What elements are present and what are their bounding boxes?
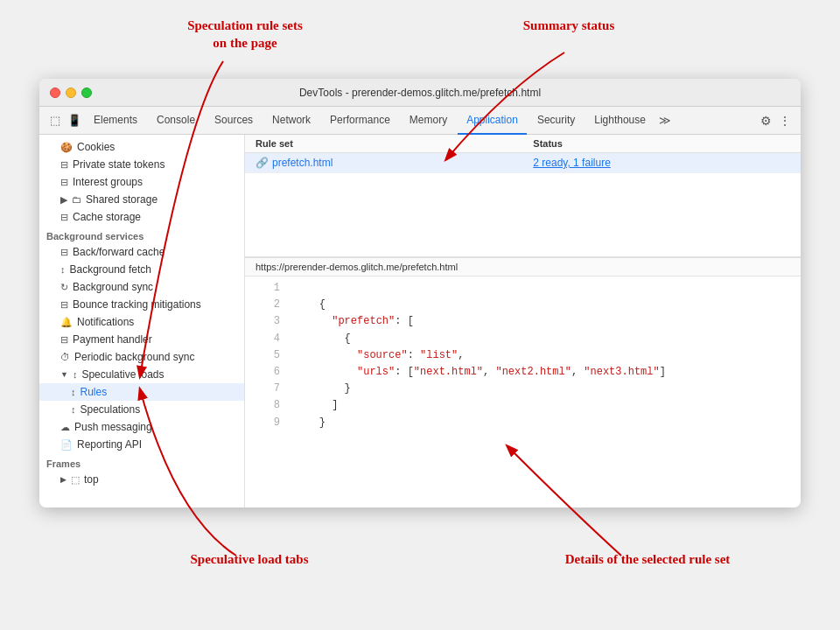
tab-application[interactable]: Application xyxy=(458,107,527,135)
tab-sources[interactable]: Sources xyxy=(206,107,262,135)
traffic-light-yellow[interactable] xyxy=(66,88,76,98)
sidebar-item-bounce-tracking[interactable]: ⊟ Bounce tracking mitigations xyxy=(39,296,244,313)
col-status: Status xyxy=(522,135,801,153)
bounce-icon: ⊟ xyxy=(60,299,68,311)
periodic-icon: ⏱ xyxy=(60,352,70,362)
more-options-icon[interactable]: ⋮ xyxy=(776,112,794,130)
sidebar-item-cookies[interactable]: 🍪 Cookies xyxy=(39,138,244,156)
annotation-speculation-rule-sets: Speculation rule setson the page xyxy=(158,18,332,52)
report-icon: 📄 xyxy=(60,439,73,451)
line-code-9: } xyxy=(294,415,326,431)
code-line-7: 7 } xyxy=(245,381,801,397)
notif-icon: 🔔 xyxy=(60,317,73,328)
group-icon: ⊟ xyxy=(60,177,68,188)
annotation-summary-status: Summary status xyxy=(499,18,639,35)
rule-table: Rule set Status 🔗 prefetch.html xyxy=(245,135,801,173)
settings-icon[interactable]: ⚙ xyxy=(757,112,774,130)
sidebar-item-cache-storage[interactable]: ⊟ Cache storage xyxy=(39,208,244,226)
sidebar-item-private-state-tokens[interactable]: ⊟ Private state tokens xyxy=(39,156,244,173)
browser-window: DevTools - prerender-demos.glitch.me/pre… xyxy=(39,79,801,508)
background-services-section: Background services xyxy=(39,226,244,243)
backforward-icon: ⊟ xyxy=(60,247,68,258)
code-line-4: 4 { xyxy=(245,331,801,347)
tab-network[interactable]: Network xyxy=(263,107,319,135)
fetch-icon: ↕ xyxy=(60,264,66,275)
top-panel: Rule set Status 🔗 prefetch.html xyxy=(245,135,801,257)
annotation-details-selected: Details of the selected rule set xyxy=(534,551,761,569)
window-title: DevTools - prerender-demos.glitch.me/pre… xyxy=(299,87,541,99)
link-icon: 🔗 xyxy=(256,157,269,169)
cookie-icon: 🍪 xyxy=(60,142,73,153)
sidebar-item-notifications[interactable]: 🔔 Notifications xyxy=(39,313,244,331)
spec-icon: ↕ xyxy=(71,404,76,415)
tab-performance[interactable]: Performance xyxy=(321,107,399,135)
shared-icon: ▶ xyxy=(60,194,67,206)
folder-icon: 🗀 xyxy=(72,194,81,205)
tab-console[interactable]: Console xyxy=(148,107,204,135)
traffic-light-green[interactable] xyxy=(81,88,92,98)
tab-memory[interactable]: Memory xyxy=(401,107,456,135)
col-rule-set: Rule set xyxy=(245,135,522,153)
rule-set-cell[interactable]: 🔗 prefetch.html xyxy=(245,153,522,173)
cache-icon: ⊟ xyxy=(60,212,68,223)
devtools-body: 🍪 Cookies ⊟ Private state tokens ⊟ Inter… xyxy=(39,135,801,508)
line-code-4: { xyxy=(294,331,351,347)
code-line-9: 9 } xyxy=(245,415,801,431)
sidebar-item-background-fetch[interactable]: ↕ Background fetch xyxy=(39,261,244,278)
line-num-6: 6 xyxy=(252,364,280,381)
sidebar-item-periodic-sync[interactable]: ⏱ Periodic background sync xyxy=(39,348,244,366)
inspect-icon[interactable]: ⬚ xyxy=(46,112,64,130)
more-tabs-icon[interactable]: ≫ xyxy=(656,112,674,130)
table-row[interactable]: 🔗 prefetch.html 2 ready, 1 failure xyxy=(245,153,801,173)
rules-icon: ↕ xyxy=(71,387,76,397)
sidebar-item-backforward[interactable]: ⊟ Back/forward cache xyxy=(39,243,244,261)
specload-icon: ↕ xyxy=(73,369,78,380)
code-line-2: 2 { xyxy=(245,297,801,313)
rule-set-link[interactable]: 🔗 prefetch.html xyxy=(256,157,512,169)
sidebar-item-speculative-loads[interactable]: ▼ ↕ Speculative loads xyxy=(39,366,244,383)
line-num-4: 4 xyxy=(252,331,280,347)
main-panel: Rule set Status 🔗 prefetch.html xyxy=(245,135,801,508)
sidebar-item-frames-top[interactable]: ▶ ⬚ top xyxy=(39,471,244,488)
title-bar: DevTools - prerender-demos.glitch.me/pre… xyxy=(39,79,801,107)
tab-security[interactable]: Security xyxy=(528,107,584,135)
sidebar-item-interest-groups[interactable]: ⊟ Interest groups xyxy=(39,173,244,191)
code-line-5: 5 "source": "list", xyxy=(245,347,801,364)
token-icon: ⊟ xyxy=(60,159,68,171)
sidebar-item-reporting-api[interactable]: 📄 Reporting API xyxy=(39,436,244,453)
sidebar-item-shared-storage[interactable]: ▶ 🗀 Shared storage xyxy=(39,191,244,208)
code-line-3: 3 "prefetch": [ xyxy=(245,313,801,330)
line-num-1: 1 xyxy=(252,280,280,297)
traffic-light-red[interactable] xyxy=(50,88,60,98)
status-cell: 2 ready, 1 failure xyxy=(522,153,801,173)
code-panel: 1 2 { 3 "prefetch": [ 4 { xyxy=(245,276,801,508)
line-num-8: 8 xyxy=(252,397,280,414)
frames-section: Frames xyxy=(39,453,244,471)
line-code-5: "source": "list", xyxy=(294,347,464,364)
tab-elements[interactable]: Elements xyxy=(85,107,146,135)
url-bar: https://prerender-demos.glitch.me/prefet… xyxy=(245,257,801,276)
sidebar: 🍪 Cookies ⊟ Private state tokens ⊟ Inter… xyxy=(39,135,245,508)
line-code-8: ] xyxy=(294,397,338,414)
sidebar-item-background-sync[interactable]: ↻ Background sync xyxy=(39,278,244,296)
sync-icon: ↻ xyxy=(60,282,68,293)
line-num-7: 7 xyxy=(252,381,280,397)
line-code-6: "urls": ["next.html", "next2.html", "nex… xyxy=(294,364,666,381)
devtools-toolbar: ⬚ 📱 Elements Console Sources Network Per… xyxy=(39,107,801,135)
sidebar-item-payment[interactable]: ⊟ Payment handler xyxy=(39,331,244,348)
annotation-speculative-load-tabs: Speculative load tabs xyxy=(162,551,337,569)
tab-lighthouse[interactable]: Lighthouse xyxy=(585,107,654,135)
traffic-lights xyxy=(50,88,92,98)
expand-frames-icon: ▶ xyxy=(60,475,66,484)
line-num-5: 5 xyxy=(252,347,280,364)
sidebar-item-speculations[interactable]: ↕ Speculations xyxy=(39,401,244,418)
sidebar-item-push-messaging[interactable]: ☁ Push messaging xyxy=(39,418,244,436)
bottom-panel: https://prerender-demos.glitch.me/prefet… xyxy=(245,257,801,508)
sidebar-item-rules[interactable]: ↕ Rules xyxy=(39,383,244,401)
line-num-2: 2 xyxy=(252,297,280,313)
expand-icon: ▼ xyxy=(60,370,68,379)
device-icon[interactable]: 📱 xyxy=(66,112,83,130)
line-code-2: { xyxy=(294,297,326,313)
status-badge[interactable]: 2 ready, 1 failure xyxy=(533,157,611,169)
line-num-3: 3 xyxy=(252,313,280,330)
